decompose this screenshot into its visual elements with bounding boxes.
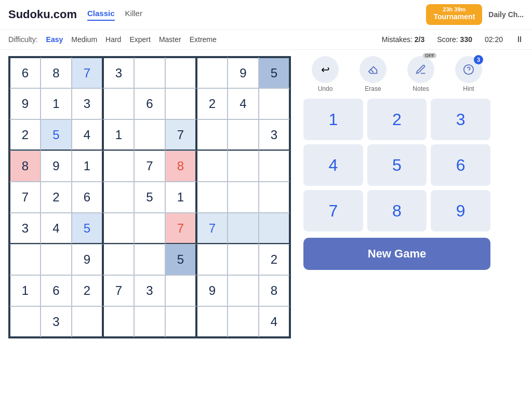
grid-cell[interactable]: 6 [9, 57, 41, 88]
num-btn-4[interactable]: 4 [303, 144, 363, 186]
grid-cell[interactable]: 3 [41, 306, 72, 337]
grid-cell[interactable] [228, 119, 259, 151]
grid-cell[interactable] [134, 57, 165, 88]
grid-cell[interactable]: 6 [72, 182, 103, 213]
grid-cell[interactable]: 4 [259, 306, 290, 337]
tab-killer[interactable]: Killer [125, 9, 142, 21]
grid-cell[interactable]: 3 [134, 275, 165, 306]
grid-cell[interactable]: 3 [103, 57, 134, 88]
grid-cell[interactable] [259, 88, 290, 119]
diff-hard[interactable]: Hard [105, 35, 121, 44]
grid-cell[interactable] [72, 306, 103, 337]
grid-cell[interactable] [165, 275, 196, 306]
grid-cell[interactable]: 7 [9, 182, 41, 213]
grid-cell[interactable]: 4 [41, 213, 72, 244]
pause-button[interactable]: ⏸ [515, 35, 524, 44]
grid-cell[interactable] [196, 151, 228, 182]
undo-button[interactable]: ↩ Undo [312, 56, 339, 92]
diff-expert[interactable]: Expert [129, 35, 150, 44]
grid-cell[interactable] [196, 306, 228, 337]
grid-cell[interactable] [196, 57, 228, 88]
erase-button[interactable]: Erase [360, 56, 387, 92]
grid-cell[interactable]: 5 [72, 213, 103, 244]
grid-cell[interactable]: 2 [259, 244, 290, 275]
grid-cell[interactable]: 8 [41, 57, 72, 88]
grid-cell[interactable] [9, 306, 41, 337]
grid-cell[interactable] [259, 151, 290, 182]
grid-cell[interactable] [259, 213, 290, 244]
grid-cell[interactable]: 1 [41, 88, 72, 119]
grid-cell[interactable]: 2 [196, 88, 228, 119]
num-btn-8[interactable]: 8 [367, 190, 427, 232]
grid-cell[interactable]: 5 [134, 182, 165, 213]
grid-cell[interactable] [103, 306, 134, 337]
diff-easy[interactable]: Easy [46, 35, 63, 44]
num-btn-1[interactable]: 1 [303, 99, 363, 140]
grid-cell[interactable]: 2 [72, 275, 103, 306]
grid-cell[interactable]: 9 [196, 275, 228, 306]
num-btn-2[interactable]: 2 [367, 99, 427, 140]
grid-cell[interactable] [103, 88, 134, 119]
grid-cell[interactable]: 6 [134, 88, 165, 119]
grid-cell[interactable] [134, 306, 165, 337]
grid-cell[interactable] [228, 275, 259, 306]
grid-cell[interactable] [228, 182, 259, 213]
grid-cell[interactable] [196, 182, 228, 213]
grid-cell[interactable] [103, 182, 134, 213]
grid-cell[interactable]: 9 [72, 244, 103, 275]
grid-cell[interactable]: 3 [72, 88, 103, 119]
grid-cell[interactable] [165, 88, 196, 119]
grid-cell[interactable] [103, 244, 134, 275]
grid-cell[interactable]: 4 [72, 119, 103, 151]
hint-button[interactable]: 3 Hint [455, 56, 482, 92]
grid-cell[interactable]: 5 [165, 244, 196, 275]
grid-cell[interactable] [196, 119, 228, 151]
grid-cell[interactable] [134, 244, 165, 275]
grid-cell[interactable]: 7 [196, 213, 228, 244]
grid-cell[interactable] [134, 119, 165, 151]
grid-cell[interactable] [165, 57, 196, 88]
grid-cell[interactable] [228, 244, 259, 275]
grid-cell[interactable] [259, 182, 290, 213]
grid-cell[interactable]: 7 [103, 275, 134, 306]
num-btn-7[interactable]: 7 [303, 190, 363, 232]
grid-cell[interactable]: 6 [41, 275, 72, 306]
grid-cell[interactable]: 1 [103, 119, 134, 151]
grid-cell[interactable] [228, 151, 259, 182]
notes-button[interactable]: OFF Notes [407, 56, 434, 92]
grid-cell[interactable] [228, 306, 259, 337]
grid-cell[interactable]: 1 [165, 182, 196, 213]
num-btn-3[interactable]: 3 [431, 99, 490, 140]
grid-cell[interactable]: 2 [41, 182, 72, 213]
grid-cell[interactable] [41, 244, 72, 275]
grid-cell[interactable]: 1 [72, 151, 103, 182]
tournament-button[interactable]: 23h 39m Tournament [426, 4, 482, 25]
grid-cell[interactable]: 1 [9, 275, 41, 306]
grid-cell[interactable]: 2 [9, 119, 41, 151]
daily-challenge[interactable]: Daily Ch... [488, 10, 524, 19]
num-btn-9[interactable]: 9 [431, 190, 490, 232]
grid-cell[interactable]: 4 [228, 88, 259, 119]
grid-cell[interactable]: 5 [41, 119, 72, 151]
diff-master[interactable]: Master [159, 35, 181, 44]
new-game-button[interactable]: New Game [303, 238, 490, 270]
grid-cell[interactable]: 9 [228, 57, 259, 88]
grid-cell[interactable]: 7 [165, 119, 196, 151]
grid-cell[interactable]: 9 [9, 88, 41, 119]
grid-cell[interactable]: 3 [259, 119, 290, 151]
grid-cell[interactable]: 7 [165, 213, 196, 244]
grid-cell[interactable]: 7 [72, 57, 103, 88]
num-btn-6[interactable]: 6 [431, 144, 490, 186]
grid-cell[interactable] [228, 213, 259, 244]
grid-cell[interactable] [103, 151, 134, 182]
grid-cell[interactable]: 8 [165, 151, 196, 182]
grid-cell[interactable]: 7 [134, 151, 165, 182]
grid-cell[interactable]: 8 [9, 151, 41, 182]
diff-extreme[interactable]: Extreme [190, 35, 217, 44]
grid-cell[interactable] [134, 213, 165, 244]
grid-cell[interactable] [196, 244, 228, 275]
tab-classic[interactable]: Classic [87, 9, 115, 21]
num-btn-5[interactable]: 5 [367, 144, 427, 186]
grid-cell[interactable]: 9 [41, 151, 72, 182]
grid-cell[interactable]: 5 [259, 57, 290, 88]
